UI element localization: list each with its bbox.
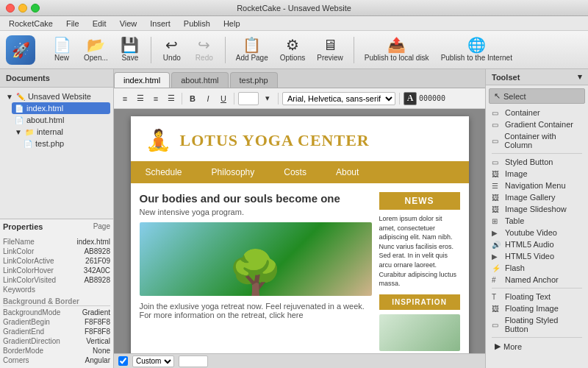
canvas-container[interactable]: 🧘 LOTUS YOGA CENTER Schedule Philosophy …: [114, 109, 485, 353]
menu-help[interactable]: Help: [218, 18, 246, 29]
maximize-button[interactable]: [31, 4, 40, 13]
toolset-named-anchor[interactable]: # Named Anchor: [489, 274, 585, 286]
toolset-image-slideshow[interactable]: 🖼 Image Slideshow: [489, 203, 585, 215]
expand-icon-internal: ▼: [15, 128, 22, 136]
nav-costs[interactable]: Costs: [269, 161, 321, 183]
tree-index-html[interactable]: 📄 index.html: [12, 102, 110, 114]
tree-internal-folder[interactable]: ▼ 📁 internal: [12, 126, 110, 138]
format-sep-3: [278, 93, 279, 105]
nav-philosophy[interactable]: Philosophy: [197, 161, 270, 183]
inspiration-btn[interactable]: INSPIRATION: [379, 294, 460, 310]
font-size-input[interactable]: 10: [238, 92, 259, 105]
nav-about[interactable]: About: [321, 161, 373, 183]
toolset-divider-3: [492, 337, 582, 338]
toolset-header: Toolset ▾: [486, 69, 588, 85]
preview-button[interactable]: 🖥 Preview: [312, 35, 348, 65]
content-sidebar: NEWS Lorem ipsum dolor sit amet, consect…: [379, 192, 460, 351]
menu-rocketcake[interactable]: RocketCake: [3, 18, 59, 29]
underline-button[interactable]: U: [217, 93, 230, 105]
nav-schedule[interactable]: Schedule: [131, 161, 197, 183]
menu-edit[interactable]: Edit: [87, 18, 112, 29]
menu-view[interactable]: View: [114, 18, 143, 29]
italic-button[interactable]: I: [201, 93, 215, 105]
tab-test-php[interactable]: test.php: [230, 72, 278, 88]
toolset-table[interactable]: ⊞ Table: [489, 215, 585, 227]
toolset-container-label: Container: [505, 108, 540, 117]
news-text: Lorem ipsum dolor sit amet, consectetuer…: [379, 214, 460, 289]
toolset-select-bar[interactable]: ↖ Select: [489, 88, 585, 104]
toolset-floating-text[interactable]: T Floating Text: [489, 291, 585, 302]
font-size-dropdown[interactable]: ▾: [261, 92, 274, 105]
tab-about-html[interactable]: about.html: [171, 72, 228, 88]
content-text-bottom: Join the exlusive yoga retreat now. Feel…: [140, 302, 372, 319]
toolset-flash-label: Flash: [505, 263, 525, 272]
color-swatch[interactable]: A: [404, 92, 417, 105]
prop-bgmode-value: Gradient: [82, 308, 110, 316]
add-page-button[interactable]: 📋 Add Page: [232, 35, 273, 65]
open-button[interactable]: 📂 Open...: [79, 35, 112, 65]
publish-local-button[interactable]: 📤 Publish to local disk: [360, 35, 434, 65]
container-icon: ▭: [492, 109, 502, 117]
justify-button[interactable]: ☰: [165, 92, 178, 105]
font-family-select[interactable]: Arial, Helvetica, sans-serif: [282, 92, 395, 105]
new-button[interactable]: 📄 New: [47, 35, 76, 65]
prop-linkcoloractive-value: 261F09: [85, 257, 110, 265]
tree-test-php[interactable]: 📄 test.php: [21, 138, 110, 149]
open-label: Open...: [84, 54, 108, 62]
tree-website[interactable]: ▼ ✏️ Unsaved Website: [3, 91, 110, 102]
prop-filename: FileName index.html: [3, 237, 110, 247]
toolset-html5-video[interactable]: ▶ HTML5 Video: [489, 250, 585, 262]
website-canvas: 🧘 LOTUS YOGA CENTER Schedule Philosophy …: [131, 116, 469, 353]
toolset-header-label: Toolset: [492, 73, 520, 82]
toolbar-sep-3: [354, 37, 354, 63]
toolset-image-gallery[interactable]: 🖼 Image Gallery: [489, 191, 585, 203]
close-button[interactable]: [6, 4, 15, 13]
toolset-container[interactable]: ▭ Container: [489, 107, 585, 118]
container-column-icon: ▭: [492, 137, 501, 145]
expand-icon: ▼: [6, 93, 13, 101]
prop-keywords-label: Keywords: [3, 286, 35, 294]
publish-internet-label: Publish to the Internet: [441, 54, 512, 62]
prop-linkcolor-label: LinkColor: [3, 247, 34, 255]
bold-button[interactable]: B: [186, 93, 199, 105]
toolset-html5-audio[interactable]: 🔊 HTML5 Audio: [489, 238, 585, 250]
prop-filename-value: index.html: [76, 238, 110, 246]
properties-panel: Properties Page FileName index.html Link…: [0, 219, 113, 368]
tree-about-html[interactable]: 📄 about.html: [12, 114, 110, 126]
toolset-floating-button-label: Floating Styled Button: [505, 316, 582, 333]
redo-button[interactable]: ↪ Redo: [190, 35, 219, 65]
toolset-floating-button[interactable]: ▭ Floating Styled Button: [489, 314, 585, 335]
align-right-button[interactable]: ≡: [149, 93, 162, 105]
video-icon: ▶: [492, 252, 502, 261]
tree-website-label: Unsaved Website: [28, 92, 91, 101]
toolset-styled-button[interactable]: ▭ Styled Button: [489, 156, 585, 168]
toolset-floating-image[interactable]: 🖼 Floating Image: [489, 302, 585, 314]
undo-button[interactable]: ↩ Undo: [157, 35, 187, 65]
toolset-image[interactable]: 🖼 Image: [489, 168, 585, 180]
mode-select[interactable]: Custom: [132, 355, 174, 367]
menu-publish[interactable]: Publish: [178, 18, 216, 29]
toolset-audio-label: HTML5 Audio: [505, 240, 554, 249]
file-icon-about: 📄: [15, 116, 24, 124]
toolset-nav-menu[interactable]: ☰ Navigation Menu: [489, 180, 585, 191]
table-icon: ⊞: [492, 217, 502, 225]
cursor-icon: ↖: [494, 91, 501, 101]
toolset-flash[interactable]: ⚡ Flash: [489, 262, 585, 274]
menu-file[interactable]: File: [60, 18, 85, 29]
toolset-container-column[interactable]: ▭ Container with Column: [489, 130, 585, 151]
save-button[interactable]: 💾 Save: [115, 35, 145, 65]
logo-icon: 🧘: [146, 128, 171, 152]
tab-index-html[interactable]: index.html: [114, 72, 170, 88]
options-button[interactable]: ⚙ Options: [276, 35, 309, 65]
width-input[interactable]: 578: [179, 355, 208, 367]
toolset-gradient-container[interactable]: ▭ Gradient Container: [489, 118, 585, 130]
minimize-button[interactable]: [18, 4, 27, 13]
toolset-section: ↖ Select ▭ Container ▭ Gradient Containe…: [486, 85, 588, 355]
align-center-button[interactable]: ☰: [134, 92, 147, 105]
align-left-button[interactable]: ≡: [118, 93, 132, 105]
menu-insert[interactable]: Insert: [144, 18, 176, 29]
toolset-more[interactable]: ▶ More: [489, 340, 585, 353]
publish-internet-button[interactable]: 🌐 Publish to the Internet: [437, 35, 517, 65]
custom-checkbox[interactable]: [118, 356, 128, 366]
toolset-youtube[interactable]: ▶ Youtube Video: [489, 227, 585, 238]
